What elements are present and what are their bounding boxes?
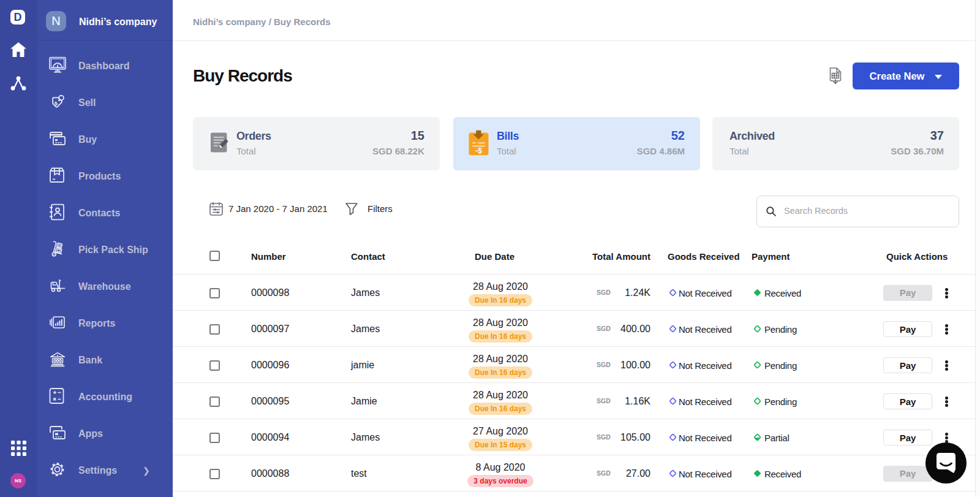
svg-text:-$: -$ (475, 146, 482, 154)
svg-text:$: $ (54, 100, 58, 107)
